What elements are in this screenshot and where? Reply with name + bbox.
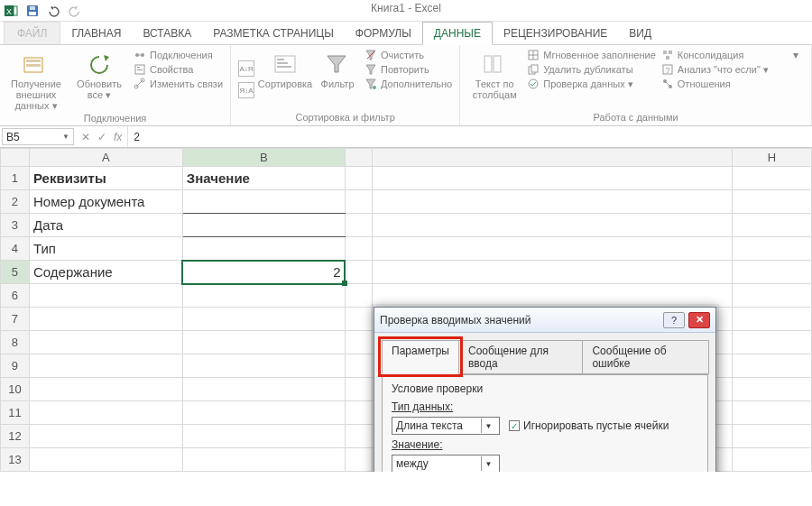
cell[interactable] <box>733 214 812 237</box>
tab-home[interactable]: ГЛАВНАЯ <box>60 23 132 44</box>
cell[interactable] <box>345 214 372 237</box>
undo-icon[interactable] <box>47 4 61 18</box>
get-external-data-button[interactable]: Получение внешних данных ▾ <box>7 49 65 111</box>
cell[interactable] <box>733 284 812 308</box>
cell[interactable] <box>733 261 812 284</box>
row-head[interactable]: 1 <box>1 167 30 190</box>
cell[interactable] <box>345 237 372 261</box>
cell[interactable] <box>182 378 345 401</box>
what-if-item[interactable]: ?Анализ "что если" ▾ <box>661 63 769 76</box>
cell[interactable] <box>372 167 732 190</box>
remove-duplicates-item[interactable]: Удалить дубликаты <box>527 63 656 76</box>
tab-view[interactable]: ВИД <box>618 23 662 44</box>
dialog-tab-input-msg[interactable]: Сообщение для ввода <box>458 340 583 374</box>
cell[interactable] <box>29 401 182 425</box>
ignore-blank-checkbox[interactable]: ✓ Игнорировать пустые ячейки <box>509 419 669 432</box>
cell[interactable] <box>345 284 372 308</box>
dialog-titlebar[interactable]: Проверка вводимых значений ? ✕ <box>374 308 715 333</box>
row-head[interactable]: 6 <box>1 284 30 308</box>
col-head-B[interactable]: B <box>182 149 345 167</box>
filter-button[interactable]: Фильтр <box>316 49 359 110</box>
sort-button[interactable]: Сортировка <box>260 49 310 110</box>
cell[interactable] <box>372 214 732 237</box>
properties-item[interactable]: Свойства <box>134 63 223 76</box>
formula-input[interactable]: 2 <box>127 126 812 147</box>
cell[interactable] <box>733 308 812 331</box>
cell-B3[interactable] <box>182 214 345 237</box>
cell[interactable] <box>733 401 812 425</box>
cell[interactable] <box>182 401 345 425</box>
cell[interactable] <box>345 425 372 448</box>
value-select[interactable]: между ▼ <box>392 455 500 472</box>
cell[interactable] <box>372 284 732 308</box>
cell[interactable] <box>345 190 372 214</box>
cell[interactable] <box>345 261 372 284</box>
consolidate-item[interactable]: Консолидация <box>661 49 769 61</box>
row-head[interactable]: 12 <box>1 425 30 448</box>
select-all-corner[interactable] <box>1 149 30 167</box>
cell[interactable] <box>182 331 345 354</box>
cell-A4[interactable]: Тип <box>29 237 182 261</box>
row-head[interactable]: 13 <box>1 448 30 472</box>
cell[interactable] <box>345 401 372 425</box>
cell-A1[interactable]: Реквизиты <box>29 167 182 190</box>
text-to-columns-button[interactable]: Текст по столбцам <box>467 49 521 110</box>
cell[interactable] <box>733 237 812 261</box>
cell-B4[interactable] <box>182 237 345 261</box>
cell-A2[interactable]: Номер документа <box>29 190 182 214</box>
flash-fill-item[interactable]: Мгновенное заполнение <box>527 49 656 61</box>
cell-B5-active[interactable]: 2 <box>182 261 345 284</box>
tab-file[interactable]: ФАЙЛ <box>4 22 60 44</box>
row-head[interactable]: 5 <box>1 261 30 284</box>
cell[interactable] <box>345 354 372 378</box>
dialog-help-button[interactable]: ? <box>663 312 685 328</box>
dialog-tab-parameters[interactable]: Параметры <box>382 340 459 374</box>
cell[interactable] <box>372 261 732 284</box>
col-head-A[interactable]: A <box>29 149 182 167</box>
cell[interactable] <box>733 448 812 472</box>
cell-A5[interactable]: Содержание <box>29 261 182 284</box>
cell[interactable] <box>733 167 812 190</box>
cell[interactable] <box>182 308 345 331</box>
cell[interactable] <box>182 425 345 448</box>
cell[interactable] <box>29 308 182 331</box>
cell[interactable] <box>345 167 372 190</box>
refresh-all-button[interactable]: Обновить все ▾ <box>70 49 128 111</box>
data-validation-item[interactable]: Проверка данных ▾ <box>527 78 656 90</box>
cell[interactable] <box>345 308 372 331</box>
name-box[interactable]: B5 ▼ <box>2 128 74 145</box>
row-head[interactable]: 2 <box>1 190 30 214</box>
cell[interactable] <box>29 448 182 472</box>
cell-B2[interactable] <box>182 190 345 214</box>
tab-layout[interactable]: РАЗМЕТКА СТРАНИЦЫ <box>202 23 345 44</box>
row-head[interactable]: 9 <box>1 354 30 378</box>
row-head[interactable]: 7 <box>1 308 30 331</box>
cell-B1[interactable]: Значение <box>182 167 345 190</box>
tab-insert[interactable]: ВСТАВКА <box>132 23 202 44</box>
row-head[interactable]: 11 <box>1 401 30 425</box>
cell[interactable] <box>733 190 812 214</box>
row-head[interactable]: 4 <box>1 237 30 261</box>
row-head[interactable]: 10 <box>1 378 30 401</box>
cell[interactable] <box>345 448 372 472</box>
cell[interactable] <box>182 354 345 378</box>
save-icon[interactable] <box>25 4 40 18</box>
confirm-entry-icon[interactable]: ✓ <box>97 131 106 143</box>
connections-item[interactable]: Подключения <box>134 49 223 61</box>
col-head-C[interactable] <box>345 149 372 167</box>
collapse-ribbon-icon[interactable]: ▾ <box>793 49 798 61</box>
row-head[interactable]: 3 <box>1 214 30 237</box>
cell[interactable] <box>182 448 345 472</box>
cell[interactable] <box>29 425 182 448</box>
cell[interactable] <box>733 425 812 448</box>
cancel-entry-icon[interactable]: ✕ <box>81 131 90 143</box>
cell-A3[interactable]: Дата <box>29 214 182 237</box>
fill-handle[interactable] <box>342 281 347 286</box>
edit-links-item[interactable]: Изменить связи <box>134 78 223 90</box>
redo-icon[interactable] <box>69 4 83 18</box>
cell[interactable] <box>345 331 372 354</box>
relationships-item[interactable]: Отношения <box>661 78 769 90</box>
advanced-filter-item[interactable]: Дополнительно <box>364 78 452 90</box>
fx-icon[interactable]: fx <box>114 131 122 143</box>
cell[interactable] <box>372 190 732 214</box>
